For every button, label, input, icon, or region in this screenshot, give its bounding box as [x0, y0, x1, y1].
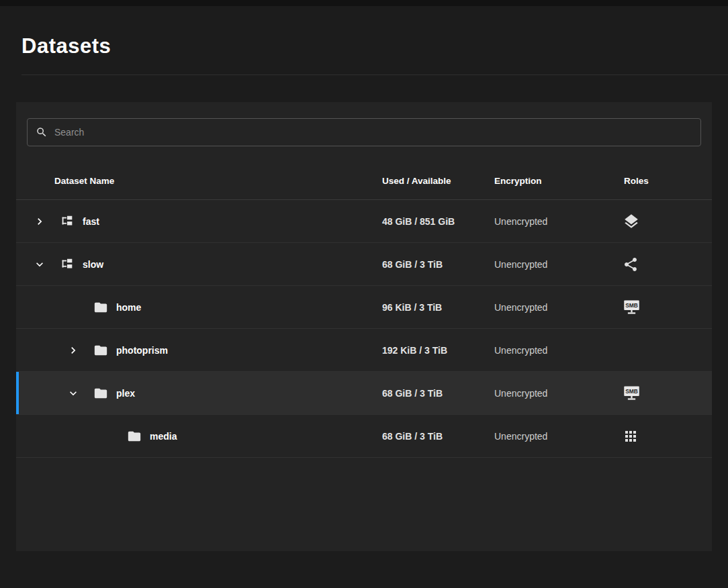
- dataset-name: slow: [83, 259, 103, 270]
- used-available-value: 192 KiB / 3 TiB: [382, 345, 494, 356]
- used-available-value: 96 KiB / 3 TiB: [382, 302, 494, 313]
- table-header: Dataset Name Used / Available Encryption…: [16, 162, 712, 200]
- dataset-type-icon: [93, 343, 116, 358]
- dataset-name: home: [116, 302, 141, 313]
- dataset-type-icon: [93, 386, 116, 401]
- encryption-value: Unencrypted: [494, 431, 608, 442]
- expander-toggle[interactable]: [33, 215, 60, 228]
- title-divider: [21, 75, 728, 75]
- column-header-dataset-name: Dataset Name: [16, 176, 382, 186]
- roles-cell: SMB: [608, 298, 712, 316]
- search-wrapper: [16, 102, 712, 162]
- search-box[interactable]: [27, 118, 701, 146]
- dataset-icon: [60, 257, 75, 272]
- apps-icon: [623, 428, 639, 444]
- column-header-encryption: Encryption: [494, 176, 608, 186]
- expander-toggle[interactable]: [66, 387, 93, 400]
- chevron-down-icon: [66, 387, 80, 400]
- dataset-type-icon: [127, 429, 150, 444]
- dataset-name-cell: plex: [16, 386, 382, 401]
- roles-cell: SMB: [608, 213, 712, 230]
- table-row[interactable]: media 68 GiB / 3 TiB Unencrypted SMB: [16, 415, 712, 458]
- layers-icon: [623, 213, 640, 230]
- folder-icon: [93, 386, 108, 401]
- dataset-name: media: [150, 431, 177, 442]
- datasets-panel: Dataset Name Used / Available Encryption…: [16, 102, 712, 551]
- svg-text:SMB: SMB: [625, 388, 638, 395]
- table-row[interactable]: fast 48 GiB / 851 GiB Unencrypted SMB: [16, 200, 712, 243]
- dataset-type-icon: [60, 257, 83, 272]
- table-row[interactable]: photoprism 192 KiB / 3 TiB Unencrypted S…: [16, 329, 712, 372]
- used-available-value: 68 GiB / 3 TiB: [382, 259, 494, 270]
- encryption-value: Unencrypted: [494, 216, 608, 227]
- used-available-value: 48 GiB / 851 GiB: [382, 216, 494, 227]
- share-icon: [623, 256, 639, 273]
- encryption-value: Unencrypted: [494, 345, 608, 356]
- chevron-right-icon: [33, 215, 46, 228]
- table-row[interactable]: home 96 KiB / 3 TiB Unencrypted SMB: [16, 286, 712, 329]
- expander-toggle[interactable]: [33, 258, 60, 271]
- table-row[interactable]: plex 68 GiB / 3 TiB Unencrypted SMB: [16, 372, 712, 415]
- search-icon: [36, 126, 48, 138]
- column-header-used-available: Used / Available: [382, 176, 494, 186]
- roles-cell: SMB: [608, 428, 712, 444]
- folder-icon: [93, 300, 108, 315]
- dataset-table-body: fast 48 GiB / 851 GiB Unencrypted SMB: [16, 200, 712, 458]
- smb-share-icon: SMB: [623, 298, 641, 316]
- svg-text:SMB: SMB: [625, 302, 638, 309]
- window-top-strip: [0, 0, 728, 6]
- roles-cell: SMB: [608, 384, 712, 402]
- search-input[interactable]: [54, 127, 692, 138]
- dataset-name-cell: media: [16, 429, 382, 444]
- chevron-down-icon: [33, 258, 46, 271]
- folder-icon: [93, 343, 108, 358]
- dataset-name-cell: slow: [16, 257, 382, 272]
- chevron-right-icon: [66, 344, 80, 357]
- column-header-roles: Roles: [608, 176, 712, 186]
- dataset-name-cell: fast: [16, 214, 382, 229]
- roles-cell: SMB: [608, 256, 712, 273]
- encryption-value: Unencrypted: [494, 302, 608, 313]
- smb-share-icon: SMB: [623, 384, 641, 402]
- dataset-type-icon: [60, 214, 83, 229]
- encryption-value: Unencrypted: [494, 388, 608, 399]
- expander-toggle[interactable]: [66, 344, 93, 357]
- encryption-value: Unencrypted: [494, 259, 608, 270]
- folder-icon: [127, 429, 142, 444]
- dataset-type-icon: [93, 300, 116, 315]
- table-row[interactable]: slow 68 GiB / 3 TiB Unencrypted SMB: [16, 243, 712, 286]
- dataset-name: fast: [83, 216, 99, 227]
- page-title: Datasets: [0, 6, 728, 75]
- dataset-name: plex: [116, 388, 135, 399]
- used-available-value: 68 GiB / 3 TiB: [382, 431, 494, 442]
- dataset-name-cell: photoprism: [16, 343, 382, 358]
- used-available-value: 68 GiB / 3 TiB: [382, 388, 494, 399]
- dataset-name: photoprism: [116, 345, 168, 356]
- dataset-name-cell: home: [16, 300, 382, 315]
- dataset-icon: [60, 214, 75, 229]
